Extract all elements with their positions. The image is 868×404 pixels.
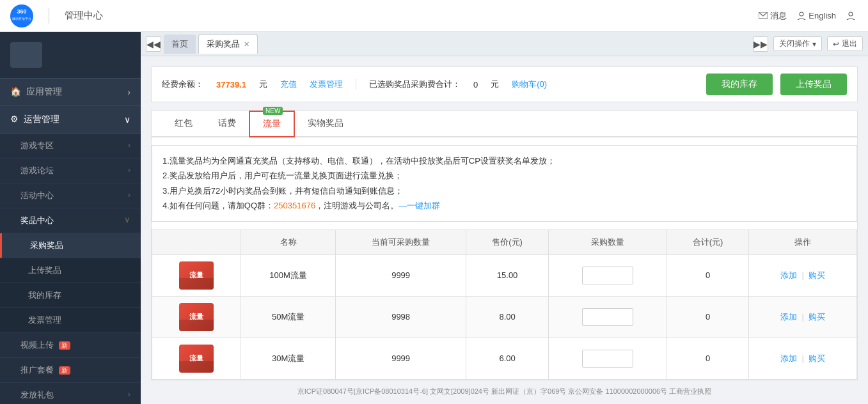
invoice-link[interactable]: 发票管理 <box>310 79 343 90</box>
sidebar-item-invoice-mgmt[interactable]: 发票管理 <box>0 308 141 333</box>
sidebar-item-activity-center[interactable]: 活动中心 › <box>0 183 141 208</box>
upload-prize-btn[interactable]: 上传奖品 <box>780 74 847 95</box>
table-header-row: 名称 当前可采购数量 售价(元) 采购数量 合计(元) 操作 <box>152 229 857 254</box>
cart-link[interactable]: 购物车(0) <box>512 79 547 90</box>
notice-3: 3.用户兑换后72小时内奖品会到账，并有短信自动通知到账信息； <box>162 183 846 198</box>
tab-shiwu[interactable]: 实物奖品 <box>295 111 356 137</box>
sidebar-item-app-mgmt[interactable]: 🏠应用管理 › <box>0 79 141 106</box>
prize-icon-2: 流量 <box>179 303 214 331</box>
sidebar-item-gift-send[interactable]: 发放礼包 › <box>0 383 141 404</box>
header-user[interactable] <box>846 12 858 20</box>
arrow-right-icon4: › <box>128 389 130 399</box>
prize-icon-3: 流量 <box>179 345 214 373</box>
tab-liuliang[interactable]: NEW 流量 <box>249 111 295 137</box>
qq-number: 250351676 <box>274 201 315 210</box>
tab-home[interactable]: 首页 <box>164 35 196 54</box>
buy-btn-2[interactable]: 购买 <box>809 312 825 322</box>
svg-point-4 <box>800 12 803 16</box>
balance-label: 经费余额： <box>162 79 203 90</box>
ops-submenu: 游戏专区 › 游戏论坛 › 活动中心 › 奖品中心 ∨ 采购奖品 上传奖品 <box>0 134 141 404</box>
content-area: ◀◀ 首页 采购奖品 ✕ ▶▶ 关闭操作 ▾ ↩ 退出 <box>141 32 868 404</box>
sidebar-item-upload-prize[interactable]: 上传奖品 <box>0 258 141 283</box>
header-lang[interactable]: English <box>797 11 836 20</box>
cell-price-2: 8.00 <box>466 296 548 338</box>
col-qty: 采购数量 <box>548 229 667 254</box>
my-stock-btn[interactable]: 我的库存 <box>706 74 773 95</box>
qty-input-3[interactable] <box>582 350 633 368</box>
new-badge-video: 新 <box>59 341 70 350</box>
table-row: 流量 100M流量 9999 15.00 0 添加 | 购买 <box>152 254 857 296</box>
dropdown-icon: ▾ <box>812 40 816 49</box>
tab-back-btn[interactable]: ◀◀ <box>146 36 161 52</box>
new-badge-liuliang: NEW <box>263 107 283 115</box>
sidebar-item-prize-center[interactable]: 奖品中心 ∨ <box>0 208 141 233</box>
table-row: 流量 30M流量 9999 6.00 0 添加 | 购买 <box>152 338 857 379</box>
tab-bar: ◀◀ 首页 采购奖品 ✕ ▶▶ 关闭操作 ▾ ↩ 退出 <box>141 32 868 56</box>
notice-2: 2.奖品发放给用户后，用户可在统一流量兑换页面进行流量兑换； <box>162 168 846 183</box>
main-content: 经费余额： 37739.1 元 充值 发票管理 已选购奖品采购费合计： 0 元 … <box>141 56 868 404</box>
qty-input-1[interactable] <box>582 267 633 284</box>
selected-label: 已选购奖品采购费合计： <box>369 79 461 90</box>
gear-icon: ⚙ <box>10 114 19 124</box>
main-layout: 🏠应用管理 › ⚙运营管理 ∨ 游戏专区 › 游戏论坛 › 活动中心 › 奖品中… <box>0 32 868 404</box>
cell-qty-input-3[interactable] <box>548 338 667 379</box>
sidebar-item-purchase-prize[interactable]: 采购奖品 <box>0 233 141 258</box>
message-icon <box>759 12 768 20</box>
cell-icon-1: 流量 <box>152 254 241 296</box>
cell-price-3: 6.00 <box>466 338 548 379</box>
prize-tabs: 红包 话费 NEW 流量 实物奖品 <box>152 111 857 137</box>
add-btn-3[interactable]: 添加 <box>780 354 797 363</box>
arrow-right-icon3: › <box>128 190 130 199</box>
qty-input-2[interactable] <box>582 308 633 326</box>
tab-close-btn[interactable]: ✕ <box>244 40 249 49</box>
header-msg[interactable]: 消息 <box>759 10 787 22</box>
recharge-link[interactable]: 充值 <box>280 79 297 90</box>
info-bar: 经费余额： 37739.1 元 充值 发票管理 已选购奖品采购费合计： 0 元 … <box>151 66 858 102</box>
buy-btn-3[interactable]: 购买 <box>809 354 825 363</box>
sidebar-item-game-zone[interactable]: 游戏专区 › <box>0 134 141 159</box>
cell-available-3: 9999 <box>335 338 466 379</box>
cell-price-1: 15.00 <box>466 254 548 296</box>
person-icon <box>797 12 806 20</box>
notice-area: 1.流量奖品均为全网通直充奖品（支持移动、电信、联通），在活动中投放奖品后可CP… <box>152 145 857 222</box>
col-price: 售价(元) <box>466 229 548 254</box>
header-divider <box>49 8 49 24</box>
cell-name-1: 100M流量 <box>241 254 335 296</box>
header-right: 消息 English <box>759 10 858 22</box>
sidebar-item-ops-mgmt[interactable]: ⚙运营管理 ∨ <box>0 106 141 134</box>
join-group-link[interactable]: —一键加群 <box>398 201 440 210</box>
selected-unit: 元 <box>491 79 499 90</box>
avatar <box>10 42 42 68</box>
cell-available-1: 9999 <box>335 254 466 296</box>
tab-purchase-prize[interactable]: 采购奖品 ✕ <box>198 35 258 54</box>
tab-huafei[interactable]: 话费 <box>205 111 249 137</box>
balance-unit: 元 <box>259 79 267 90</box>
add-btn-2[interactable]: 添加 <box>780 312 797 322</box>
prize-center-submenu: 采购奖品 上传奖品 我的库存 发票管理 <box>0 233 141 333</box>
cell-icon-3: 流量 <box>152 338 241 379</box>
prize-icon-1: 流量 <box>179 261 214 290</box>
op-sep-3: | <box>801 354 803 363</box>
logo-icon: 360 移动开放平台 <box>10 4 33 27</box>
add-btn-1[interactable]: 添加 <box>780 270 797 280</box>
cell-op-3: 添加 | 购买 <box>749 338 857 379</box>
balance-amount: 37739.1 <box>216 80 246 89</box>
arrow-right-icon2: › <box>128 165 130 175</box>
tab-right-actions: ▶▶ 关闭操作 ▾ ↩ 退出 <box>753 36 863 52</box>
prize-table: 名称 当前可采购数量 售价(元) 采购数量 合计(元) 操作 流量 <box>152 229 857 380</box>
close-action-btn[interactable]: 关闭操作 ▾ <box>773 36 822 51</box>
exit-btn[interactable]: ↩ 退出 <box>827 36 863 51</box>
cell-total-2: 0 <box>667 296 748 338</box>
sidebar-item-my-stock[interactable]: 我的库存 <box>0 283 141 308</box>
sidebar-item-video-upload[interactable]: 视频上传 新 <box>0 333 141 358</box>
new-badge-promo: 新 <box>59 366 70 375</box>
op-sep-1: | <box>801 270 803 280</box>
tab-forward-btn[interactable]: ▶▶ <box>753 36 768 52</box>
tab-hongbao[interactable]: 红包 <box>162 111 205 137</box>
sidebar-item-promo-package[interactable]: 推广套餐 新 <box>0 358 141 383</box>
cell-qty-input-1[interactable] <box>548 254 667 296</box>
sidebar-item-game-forum[interactable]: 游戏论坛 › <box>0 159 141 183</box>
cell-name-2: 50M流量 <box>241 296 335 338</box>
buy-btn-1[interactable]: 购买 <box>809 270 825 280</box>
cell-qty-input-2[interactable] <box>548 296 667 338</box>
